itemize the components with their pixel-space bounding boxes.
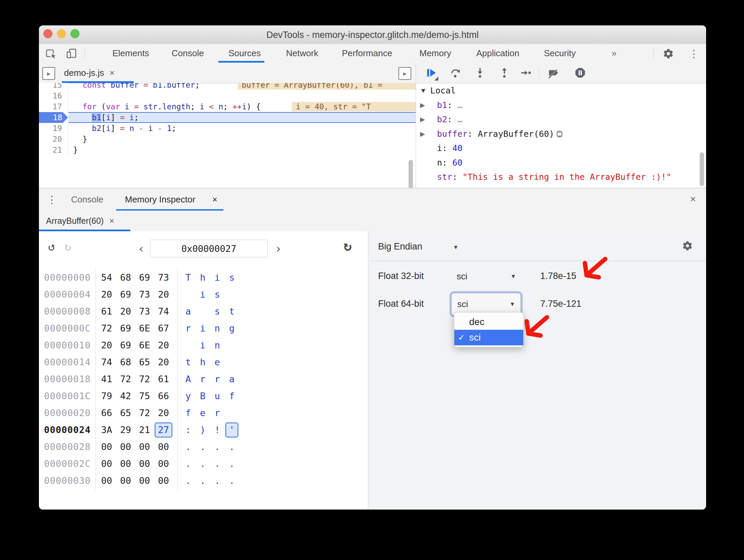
- device-toolbar-icon[interactable]: [65, 47, 78, 60]
- line-number[interactable]: 18: [39, 112, 68, 123]
- ascii-char[interactable]: h: [196, 269, 210, 286]
- more-options-kebab-icon[interactable]: ⋮: [688, 47, 700, 60]
- hex-byte[interactable]: 72: [135, 405, 154, 422]
- hex-byte[interactable]: 72: [135, 371, 154, 388]
- disclosure-triangle-icon[interactable]: ▼: [420, 84, 429, 98]
- ascii-char[interactable]: n: [211, 337, 224, 354]
- hex-byte[interactable]: 20: [154, 354, 173, 371]
- step-out-icon[interactable]: [499, 67, 510, 79]
- hex-byte[interactable]: 73: [135, 303, 154, 320]
- ascii-char[interactable]: .: [211, 438, 224, 455]
- hex-byte[interactable]: 65: [135, 354, 154, 371]
- previous-page-icon[interactable]: ‹: [138, 241, 145, 256]
- hex-byte[interactable]: 42: [116, 388, 135, 405]
- ascii-char[interactable]: .: [225, 438, 239, 455]
- hex-byte[interactable]: 00: [97, 472, 116, 489]
- hex-byte[interactable]: 68: [116, 269, 135, 286]
- hex-byte[interactable]: 21: [135, 422, 154, 438]
- ascii-char[interactable]: .: [225, 472, 239, 489]
- ascii-char[interactable]: a: [225, 371, 239, 388]
- hex-byte[interactable]: 00: [135, 438, 154, 455]
- ascii-char[interactable]: .: [196, 472, 210, 489]
- ascii-char[interactable]: .: [211, 472, 224, 489]
- scope-row-b2[interactable]: ▶b2: …: [416, 112, 706, 127]
- disclosure-triangle-icon[interactable]: ▶: [420, 112, 429, 127]
- hex-byte[interactable]: 20: [97, 286, 116, 303]
- scope-row-local[interactable]: ▼Local: [416, 84, 706, 98]
- hex-byte[interactable]: 00: [116, 472, 135, 489]
- hex-byte[interactable]: 00: [116, 438, 135, 455]
- ascii-char[interactable]: ': [225, 422, 239, 438]
- disclosure-triangle-icon[interactable]: ▶: [420, 127, 429, 141]
- ascii-char[interactable]: s: [211, 303, 224, 320]
- ascii-char[interactable]: r: [211, 405, 224, 422]
- hex-byte[interactable]: 6E: [135, 320, 154, 337]
- hex-byte[interactable]: 20: [154, 337, 173, 354]
- scope-row-str[interactable]: str: "This is a string in the ArrayBuffe…: [416, 170, 706, 184]
- step-icon[interactable]: [520, 67, 532, 79]
- hex-byte[interactable]: 79: [97, 388, 116, 405]
- ascii-char[interactable]: r: [196, 371, 210, 388]
- vertical-scrollbar[interactable]: [409, 160, 413, 188]
- ascii-char[interactable]: B: [196, 388, 210, 405]
- ascii-char[interactable]: i: [196, 337, 210, 354]
- hex-byte[interactable]: 3A: [97, 422, 116, 438]
- ascii-char[interactable]: y: [181, 388, 195, 405]
- hex-byte[interactable]: 66: [97, 405, 116, 422]
- line-number[interactable]: 20: [39, 134, 68, 145]
- tab-sources[interactable]: Sources: [228, 44, 261, 62]
- hex-byte[interactable]: 74: [154, 303, 173, 320]
- hex-byte[interactable]: 00: [154, 455, 173, 472]
- deactivate-breakpoints-icon[interactable]: [548, 67, 560, 79]
- tab-console[interactable]: Console: [171, 44, 204, 62]
- refresh-icon[interactable]: ↻: [344, 238, 352, 254]
- ascii-char[interactable]: s: [211, 286, 224, 303]
- tab-memory[interactable]: Memory: [419, 44, 452, 62]
- ascii-char[interactable]: e: [196, 405, 210, 422]
- more-tabs-chevrons-icon[interactable]: »: [611, 44, 617, 62]
- hex-byte[interactable]: 69: [116, 337, 135, 354]
- scope-vertical-scrollbar[interactable]: [700, 152, 704, 186]
- ascii-char[interactable]: r: [211, 371, 224, 388]
- history-forward-icon[interactable]: ↻: [64, 239, 71, 254]
- tab-security[interactable]: Security: [543, 44, 576, 62]
- ascii-char[interactable]: .: [181, 455, 195, 472]
- ascii-char[interactable]: i: [196, 320, 210, 337]
- hex-byte[interactable]: 00: [116, 455, 135, 472]
- hex-byte[interactable]: 69: [135, 269, 154, 286]
- hex-byte[interactable]: 41: [97, 371, 116, 388]
- disclosure-triangle-icon[interactable]: ▶: [420, 185, 429, 188]
- next-page-icon[interactable]: ›: [275, 241, 282, 256]
- scope-row-n[interactable]: n: 60: [416, 156, 706, 170]
- open-in-memory-inspector-icon[interactable]: [554, 129, 564, 139]
- ascii-char[interactable]: ): [196, 422, 210, 438]
- dropdown-option-sci[interactable]: ✓sci: [454, 330, 523, 345]
- ascii-char[interactable]: s: [225, 269, 239, 286]
- pause-on-exceptions-icon[interactable]: [574, 67, 586, 79]
- ascii-char[interactable]: :: [181, 422, 195, 438]
- ascii-char[interactable]: !: [211, 422, 224, 438]
- hex-byte[interactable]: 67: [154, 320, 173, 337]
- hex-byte[interactable]: 00: [135, 472, 154, 489]
- history-back-icon[interactable]: ↺: [48, 239, 55, 254]
- drawer-kebab-icon[interactable]: ⋮: [46, 193, 57, 206]
- ascii-char[interactable]: t: [181, 354, 195, 371]
- value-settings-gear-icon[interactable]: [681, 239, 694, 252]
- tab-performance[interactable]: Performance: [341, 44, 393, 62]
- drawer-tab-console[interactable]: Console: [71, 188, 103, 211]
- scope-row-i[interactable]: i: 40: [416, 141, 706, 155]
- hex-byte[interactable]: 00: [97, 438, 116, 455]
- hex-byte[interactable]: 72: [116, 371, 135, 388]
- line-number[interactable]: 16: [39, 90, 68, 101]
- hex-byte[interactable]: 6E: [135, 337, 154, 354]
- inspect-element-icon[interactable]: [45, 47, 57, 60]
- file-tab-close-icon[interactable]: ×: [109, 68, 114, 78]
- hex-byte[interactable]: 54: [97, 269, 116, 286]
- ascii-char[interactable]: a: [181, 303, 195, 320]
- ascii-char[interactable]: i: [196, 286, 210, 303]
- ascii-char[interactable]: .: [196, 455, 210, 472]
- ascii-char[interactable]: .: [181, 472, 195, 489]
- tab-network[interactable]: Network: [285, 44, 319, 62]
- toggle-debugger-sidebar-icon[interactable]: ▸: [398, 67, 411, 80]
- hex-byte[interactable]: 29: [116, 422, 135, 438]
